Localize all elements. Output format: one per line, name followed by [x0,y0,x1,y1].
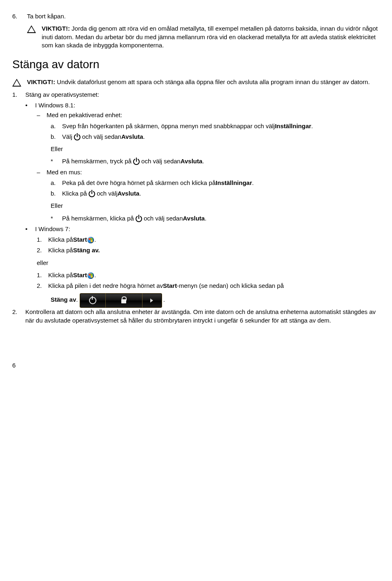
star-mark: * [51,214,62,223]
step-1: 1. Stäng av operativsystemet: [12,91,380,99]
text: . [94,236,96,244]
text: och välj sedan [141,157,180,165]
letter: b. [51,133,62,141]
star-1: * På hemskärmen, tryck på och välj sedan… [51,157,380,165]
bold-text: Start [73,236,87,244]
step-content: Välj och välj sedan Avsluta . [62,133,145,141]
dash-mark: – [37,168,47,176]
power-icon [89,191,95,197]
bullet-mark: • [25,101,35,109]
or-divider: Eller [51,202,380,210]
caution-label: VIKTIGT!: [42,25,71,32]
caution-icon [27,25,36,33]
power-icon [133,158,140,165]
w7b-step-2: 2. Klicka på pilen i det nedre högra hör… [37,282,380,290]
step-text: Kontrollera att datorn och alla anslutna… [25,308,380,325]
letter: a. [51,122,62,130]
text: . [311,122,313,130]
bold-text: Avsluta [183,214,205,223]
text: . [205,214,206,223]
text: Klicka på [48,236,73,244]
bullet-mark: • [25,225,35,233]
text: På hemskärmen, tryck på [62,157,131,165]
text: Klicka på [48,246,73,254]
text: . [76,296,78,304]
text: Peka på det övre högra hörnet på skärmen… [62,179,216,187]
power-icon [136,216,142,222]
bold-text: Stäng av [51,296,76,304]
star-content: På hemskärmen, tryck på och välj sedan A… [62,157,204,165]
text: . [203,157,204,165]
text: . [143,133,145,141]
bold-text: Avsluta [180,157,203,165]
w7b-step-1: 1. Klicka på Start . [37,271,380,279]
step-number: 1. [37,236,48,244]
w7-step-1: 1. Klicka på Start . [37,236,380,244]
step-text: Stäng av operativsystemet: [25,91,99,99]
dash-mark: – [37,111,47,119]
bold-text: Stäng av. [73,246,100,254]
shutdown-power-segment [80,294,106,307]
dash-text: Med en pekaktiverad enhet: [47,111,122,119]
bold-text: Start [163,282,177,290]
step-content: Klicka på Start . [48,236,96,244]
text: På hemskärmen, klicka på [62,214,134,223]
star-2: * På hemskärmen, klicka på och välj seda… [51,214,380,223]
step-2: 2. Kontrollera att datorn och alla anslu… [12,308,380,325]
start-orb-icon [87,272,94,279]
caution-icon [12,79,21,87]
bold-text: Inställningar [216,179,252,187]
text: Klicka på pilen i det nedre högra hörnet… [48,282,163,290]
step-content: Klicka på och välj Avsluta . [62,189,141,198]
text: och välj [97,189,118,198]
section-title: Stänga av datorn [12,57,380,72]
bullet-text: I Windows 8.1: [35,101,75,109]
step-number: 2. [37,282,48,290]
bullet-text: I Windows 7: [35,225,70,233]
step-number: 1. [37,271,48,279]
step-a2: a. Peka på det övre högra hörnet på skär… [51,179,380,187]
text: och välj sedan [144,214,183,223]
arrow-right-icon [150,298,153,303]
dash-mouse: – Med en mus: [37,168,380,176]
step-number: 2. [12,308,25,325]
star-mark: * [51,157,62,165]
bold-text: Start [73,271,87,279]
bold-text: Avsluta [118,189,140,198]
page-number: 6 [12,361,380,370]
lock-icon [121,299,126,303]
w7-step-2: 2. Klicka på Stäng av. [37,246,380,254]
bold-text: Inställningar [275,122,311,130]
text: . [94,271,96,279]
caution-1: VIKTIGT!: Jorda dig genom att röra vid e… [27,24,380,49]
bold-text: Avsluta [121,133,143,141]
step-text: Ta bort kåpan. [27,13,66,20]
or-divider: Eller [51,145,380,153]
dash-text: Med en mus: [47,168,82,176]
step-content: Svep från högerkanten på skärmen, öppna … [62,122,313,130]
text: Svep från högerkanten på skärmen, öppna … [62,122,275,130]
caution-text: VIKTIGT!: Jorda dig genom att röra vid e… [42,24,380,49]
step-content: Klicka på Start . [48,271,96,279]
step-number: 1. [12,91,25,99]
step-b2: b. Klicka på och välj Avsluta . [51,189,380,198]
shutdown-toolbar-image [80,293,162,308]
start-orb-icon [87,237,94,243]
step-number: 6. [12,12,25,20]
shutdown-lock-segment [105,294,143,307]
step-content: Peka på det övre högra hörnet på skärmen… [62,179,254,187]
star-content: På hemskärmen, klicka på och välj sedan … [62,214,207,223]
shutdown-arrow-segment [142,294,162,307]
caution-body: Undvik dataförlust genom att spara och s… [57,78,370,85]
step-a1: a. Svep från högerkanten på skärmen, öpp… [51,122,380,130]
step-number: 2. [37,246,48,254]
text: . [139,189,141,198]
text: Klicka på [62,189,87,198]
bullet-win81: • I Windows 8.1: [25,101,380,109]
step-content: Klicka på pilen i det nedre högra hörnet… [48,282,284,290]
caution-body: Jorda dig genom att röra vid en omålad m… [42,25,378,49]
text: . [252,179,254,187]
letter: a. [51,179,62,187]
or-divider-lower: eller [37,259,380,267]
step-b1: b. Välj och välj sedan Avsluta . [51,133,380,141]
